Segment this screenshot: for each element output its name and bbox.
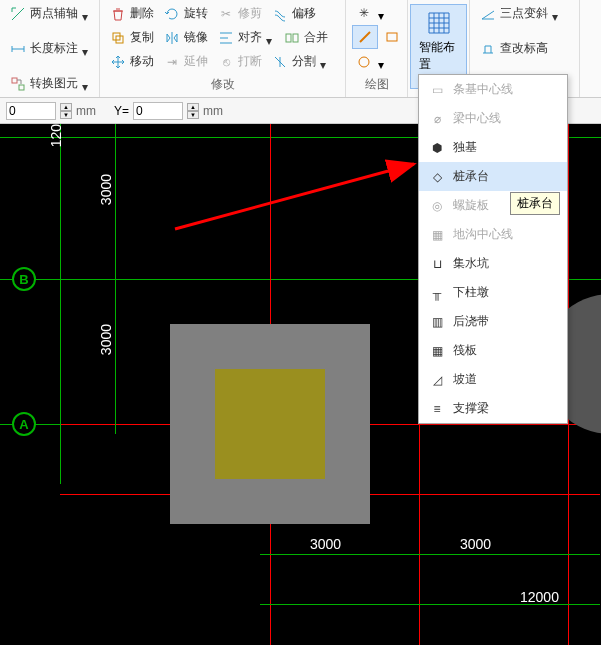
menu-item-3[interactable]: ◇桩承台 bbox=[419, 162, 567, 191]
slope-icon bbox=[480, 6, 496, 22]
menu-item-9[interactable]: ▦筏板 bbox=[419, 336, 567, 365]
menu-item-icon: ◇ bbox=[429, 169, 445, 185]
menu-item-8[interactable]: ▥后浇带 bbox=[419, 307, 567, 336]
tooltip: 桩承台 bbox=[510, 192, 560, 215]
dim-label: 3000 bbox=[310, 536, 341, 552]
axis-icon bbox=[10, 6, 26, 22]
label: 旋转 bbox=[184, 5, 208, 22]
menu-item-icon: ╥ bbox=[429, 285, 445, 301]
length-dim-button[interactable]: 长度标注▾ bbox=[6, 37, 93, 60]
menu-item-label: 筏板 bbox=[453, 342, 477, 359]
extend-button[interactable]: ⇥延伸 bbox=[160, 50, 212, 73]
label: 修剪 bbox=[238, 5, 262, 22]
mirror-icon bbox=[164, 30, 180, 46]
draw-line-button[interactable] bbox=[352, 25, 378, 49]
svg-rect-0 bbox=[12, 78, 17, 83]
circle-icon bbox=[356, 54, 372, 70]
three-point-slope-button[interactable]: 三点变斜▾ bbox=[476, 2, 573, 25]
caret-icon: ▾ bbox=[378, 58, 386, 66]
ribbon-group-modify: 删除 旋转 ✂修剪 偏移 复制 镜像 对齐▾ 合并 移动 ⇥延伸 ⎋打断 分割▾… bbox=[100, 0, 346, 97]
label: 智能布置 bbox=[419, 39, 458, 73]
move-button[interactable]: 移动 bbox=[106, 50, 158, 73]
draw-point-button[interactable]: ✳ bbox=[352, 2, 376, 24]
menu-item-label: 后浇带 bbox=[453, 313, 489, 330]
svg-rect-5 bbox=[293, 34, 298, 42]
menu-item-10[interactable]: ◿坡道 bbox=[419, 365, 567, 394]
menu-item-icon: ▦ bbox=[429, 343, 445, 359]
axis-bubble-a[interactable]: A bbox=[12, 412, 36, 436]
menu-item-6[interactable]: ⊔集水坑 bbox=[419, 249, 567, 278]
trim-icon: ✂ bbox=[218, 6, 234, 22]
check-elevation-button[interactable]: 查改标高 bbox=[476, 37, 573, 60]
two-point-aux-axis-button[interactable]: 两点辅轴▾ bbox=[6, 2, 93, 25]
svg-rect-6 bbox=[387, 33, 397, 41]
rotate-button[interactable]: 旋转 bbox=[160, 2, 212, 25]
coord-x-input[interactable] bbox=[6, 102, 56, 120]
menu-item-icon: ⌀ bbox=[429, 111, 445, 127]
dim-label: 120 bbox=[48, 124, 64, 147]
label: 对齐 bbox=[238, 29, 262, 46]
menu-item-11[interactable]: ≡支撑梁 bbox=[419, 394, 567, 423]
dim-label: 12000 bbox=[520, 589, 559, 605]
menu-item-icon: ⬢ bbox=[429, 140, 445, 156]
label: 两点辅轴 bbox=[30, 5, 78, 22]
menu-item-icon: ⊔ bbox=[429, 256, 445, 272]
caret-icon: ▾ bbox=[266, 34, 274, 42]
rotate-icon bbox=[164, 6, 180, 22]
break-button[interactable]: ⎋打断 bbox=[214, 50, 266, 73]
rect-icon bbox=[384, 29, 400, 45]
label: 延伸 bbox=[184, 53, 208, 70]
align-button[interactable]: 对齐▾ bbox=[214, 26, 278, 49]
stepper-x[interactable]: ▲▼ bbox=[60, 103, 72, 119]
pile-cap-inner[interactable] bbox=[215, 369, 325, 479]
svg-line-9 bbox=[175, 164, 414, 229]
label: 移动 bbox=[130, 53, 154, 70]
label: A bbox=[19, 417, 28, 432]
mirror-button[interactable]: 镜像 bbox=[160, 26, 212, 49]
split-button[interactable]: 分割▾ bbox=[268, 50, 332, 73]
svg-rect-1 bbox=[19, 85, 24, 90]
ribbon-group-aux: 两点辅轴▾ 长度标注▾ 转换图元▾ bbox=[0, 0, 100, 97]
caret-icon: ▾ bbox=[82, 10, 89, 18]
svg-rect-4 bbox=[286, 34, 291, 42]
coord-y-input[interactable] bbox=[133, 102, 183, 120]
caret-icon: ▾ bbox=[82, 80, 89, 88]
convert-element-button[interactable]: 转换图元▾ bbox=[6, 72, 93, 95]
line-icon bbox=[357, 29, 373, 45]
label: 转换图元 bbox=[30, 75, 78, 92]
dim-line-v bbox=[115, 124, 116, 434]
label: 三点变斜 bbox=[500, 5, 548, 22]
ribbon-group-draw: ✳▾ ▾ 绘图 bbox=[346, 0, 408, 97]
axis-bubble-b[interactable]: B bbox=[12, 267, 36, 291]
menu-item-label: 集水坑 bbox=[453, 255, 489, 272]
caret-icon: ▾ bbox=[552, 10, 560, 18]
dim-label: 3000 bbox=[98, 174, 114, 205]
menu-item-1: ⌀梁中心线 bbox=[419, 104, 567, 133]
smart-layout-menu: ▭条基中心线⌀梁中心线⬢独基◇桩承台◎螺旋板▦地沟中心线⊔集水坑╥下柱墩▥后浇带… bbox=[418, 74, 568, 424]
y-prefix: Y= bbox=[114, 104, 129, 118]
draw-circle-button[interactable] bbox=[352, 51, 376, 73]
grid-icon bbox=[425, 9, 453, 37]
menu-item-7[interactable]: ╥下柱墩 bbox=[419, 278, 567, 307]
merge-button[interactable]: 合并 bbox=[280, 26, 332, 49]
caret-icon: ▾ bbox=[320, 58, 328, 66]
copy-icon bbox=[110, 30, 126, 46]
menu-item-label: 地沟中心线 bbox=[453, 226, 513, 243]
label: 查改标高 bbox=[500, 40, 548, 57]
label: 复制 bbox=[130, 29, 154, 46]
label: 偏移 bbox=[292, 5, 316, 22]
trim-button[interactable]: ✂修剪 bbox=[214, 2, 266, 25]
draw-rect-button[interactable] bbox=[380, 26, 404, 48]
dim-icon bbox=[10, 41, 26, 57]
elev-icon bbox=[480, 41, 496, 57]
menu-item-icon: ▥ bbox=[429, 314, 445, 330]
offset-button[interactable]: 偏移 bbox=[268, 2, 320, 25]
menu-item-5: ▦地沟中心线 bbox=[419, 220, 567, 249]
group-label-modify: 修改 bbox=[106, 74, 339, 95]
copy-button[interactable]: 复制 bbox=[106, 26, 158, 49]
trash-icon bbox=[110, 6, 126, 22]
delete-button[interactable]: 删除 bbox=[106, 2, 158, 25]
menu-item-2[interactable]: ⬢独基 bbox=[419, 133, 567, 162]
dim-line-v2 bbox=[60, 124, 61, 484]
stepper-y[interactable]: ▲▼ bbox=[187, 103, 199, 119]
